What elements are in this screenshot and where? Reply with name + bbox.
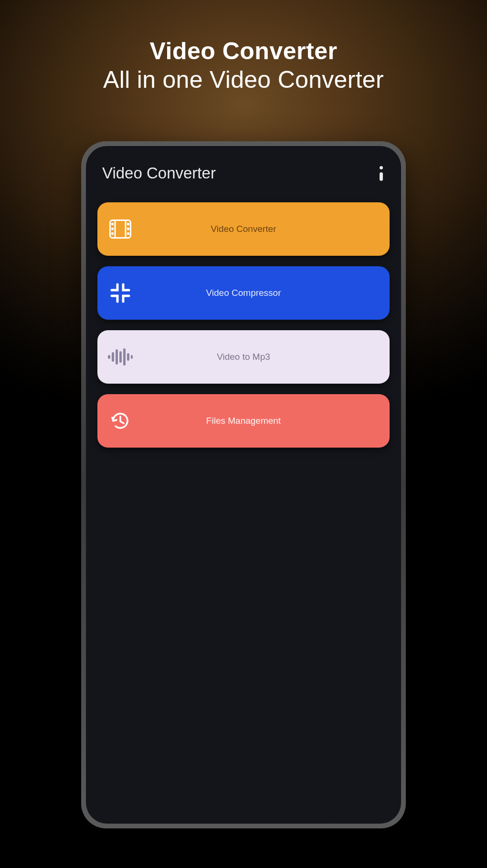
menu-item-label: Files Management bbox=[97, 416, 390, 426]
app-header: Video Converter bbox=[86, 146, 401, 197]
menu-item-label: Video Compressor bbox=[97, 288, 390, 298]
phone-screen: Video Converter bbox=[86, 146, 401, 824]
menu-item-video-to-mp3[interactable]: Video to Mp3 bbox=[97, 330, 390, 384]
promo-heading: Video Converter All in one Video Convert… bbox=[0, 0, 487, 94]
app-title: Video Converter bbox=[102, 164, 216, 182]
menu-item-video-converter[interactable]: Video Converter bbox=[97, 202, 390, 256]
menu-list: Video Converter Video Compressor bbox=[86, 197, 401, 448]
promo-subtitle: All in one Video Converter bbox=[0, 66, 487, 94]
promo-title: Video Converter bbox=[0, 37, 487, 65]
menu-item-video-compressor[interactable]: Video Compressor bbox=[97, 266, 390, 320]
info-icon[interactable] bbox=[380, 165, 385, 182]
menu-item-files-management[interactable]: Files Management bbox=[97, 394, 390, 448]
menu-item-label: Video Converter bbox=[97, 224, 390, 234]
menu-item-label: Video to Mp3 bbox=[97, 352, 390, 362]
phone-frame: Video Converter bbox=[81, 141, 406, 828]
